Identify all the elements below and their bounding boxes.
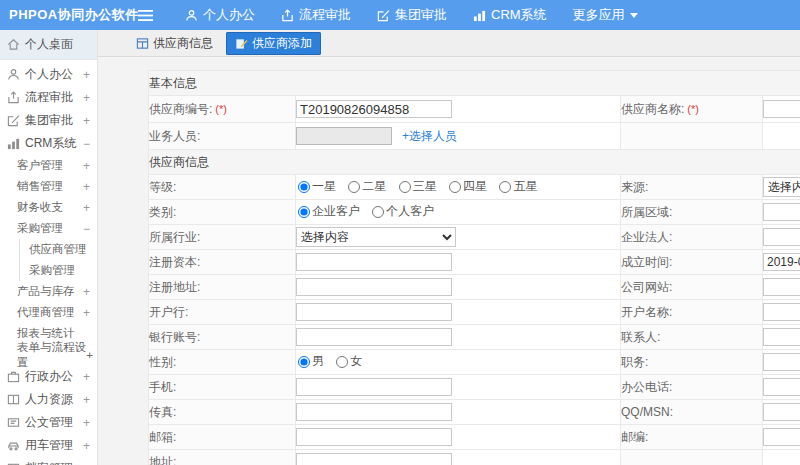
region-label: 所属区域: (621, 205, 672, 219)
category-option[interactable]: 企业客户 (296, 203, 360, 220)
form-row: 性别: 男 女 职务: (149, 350, 800, 375)
grade-option[interactable]: 一星 (296, 178, 336, 195)
nav-personal-office[interactable]: 个人办公 (185, 6, 255, 24)
legal-person-input[interactable] (763, 228, 800, 246)
sidebar-item-archive-mgmt[interactable]: 档案管理 + (0, 457, 97, 465)
supplier-code-label: 供应商编号: (149, 102, 212, 116)
category-radio-group: 企业客户 个人客户 (296, 200, 621, 225)
form-row: 业务人员: +选择人员 (149, 123, 800, 150)
sidebar-item-human-resources[interactable]: 人力资源 + (0, 388, 97, 411)
app-brand: PHPOA协同办公软件 (0, 6, 138, 24)
qq-msn-label: QQ/MSN: (621, 405, 673, 419)
tab-supplier-add[interactable]: 供应商添加 (226, 32, 321, 55)
sidebar-item-personal-office[interactable]: 个人办公 + (0, 63, 97, 86)
radio-button[interactable] (298, 356, 310, 368)
grade-label: 等级: (149, 180, 176, 194)
required-mark: (*) (687, 103, 699, 115)
user-icon (185, 9, 198, 22)
expand-sign: + (83, 91, 93, 105)
sidebar-item-form-flow-settings[interactable]: 表单与流程设置+ (0, 344, 97, 365)
tab-supplier-info[interactable]: 供应商信息 (132, 32, 217, 55)
menu-toggle-button[interactable] (138, 10, 153, 21)
supplier-code-input[interactable] (296, 100, 452, 118)
radio-button[interactable] (298, 206, 310, 218)
office-phone-input[interactable] (763, 378, 800, 396)
website-input[interactable] (763, 278, 800, 296)
registered-capital-input[interactable] (296, 253, 452, 271)
gender-option[interactable]: 女 (327, 353, 362, 370)
zip-input[interactable] (763, 428, 800, 446)
fax-label: 传真: (149, 405, 176, 419)
supplier-name-label: 供应商名称: (621, 102, 684, 116)
bank-account-input[interactable] (296, 328, 452, 346)
select-staff-link[interactable]: +选择人员 (402, 129, 457, 143)
radio-button[interactable] (336, 356, 348, 368)
nav-flow-approval[interactable]: 流程审批 (281, 6, 351, 24)
sidebar-item-crm-system[interactable]: CRM系统 − (0, 132, 97, 155)
nav-more-apps[interactable]: 更多应用 (573, 6, 638, 24)
mobile-input[interactable] (296, 378, 452, 396)
sidebar-item-procurement-mgmt[interactable]: 采购管理− (0, 218, 97, 239)
required-mark: (*) (215, 103, 227, 115)
contact-input[interactable] (763, 328, 800, 346)
sidebar-item-flow-approval[interactable]: 流程审批 + (0, 86, 97, 109)
sidebar-item-sales-mgmt[interactable]: 销售管理+ (0, 176, 97, 197)
region-input[interactable] (763, 203, 800, 221)
sidebar-item-product-inventory[interactable]: 产品与库存+ (0, 281, 97, 302)
email-input[interactable] (296, 428, 452, 446)
position-input[interactable] (763, 353, 800, 371)
source-label: 来源: (621, 180, 648, 194)
email-label: 邮箱: (149, 430, 176, 444)
grade-option[interactable]: 五星 (490, 178, 537, 195)
industry-select[interactable]: 选择内容 (296, 227, 456, 247)
grade-radio-group: 一星 二星 三星 四星 五星 (296, 175, 621, 200)
gender-option[interactable]: 男 (296, 353, 324, 370)
hamburger-icon (138, 10, 153, 21)
radio-button[interactable] (372, 206, 384, 218)
sidebar-item-finance[interactable]: 财务收支+ (0, 197, 97, 218)
sidebar-item-official-docs[interactable]: 公文管理 + (0, 411, 97, 434)
established-date-input[interactable] (763, 253, 800, 271)
source-select[interactable]: 选择内容 (763, 177, 800, 197)
qq-msn-input[interactable] (763, 403, 800, 421)
grade-option[interactable]: 三星 (390, 178, 437, 195)
account-name-label: 开户名称: (621, 305, 672, 319)
fax-input[interactable] (296, 403, 452, 421)
sidebar-item-purchase-mgmt[interactable]: 采购管理 (20, 260, 97, 281)
supplier-add-form: 基本信息 供应商编号:(*) 供应商名称:(*) 业务人员: +选择人员 供应商… (148, 70, 800, 465)
radio-button[interactable] (499, 181, 511, 193)
sidebar-item-personal-desktop[interactable]: 个人桌面 (0, 30, 97, 60)
bar-chart-icon (7, 137, 20, 150)
form-row: 银行账号: 联系人: (149, 325, 800, 350)
nav-crm-system[interactable]: CRM系统 (473, 6, 547, 24)
bank-branch-label: 开户行: (149, 305, 188, 319)
radio-button[interactable] (348, 181, 360, 193)
radio-button[interactable] (449, 181, 461, 193)
sidebar-item-supplier-mgmt[interactable]: 供应商管理 (20, 239, 97, 260)
sidebar-item-vehicle-mgmt[interactable]: 用车管理 + (0, 434, 97, 457)
radio-button[interactable] (298, 181, 310, 193)
briefcase-icon (7, 370, 20, 383)
gender-radio-group: 男 女 (296, 350, 621, 375)
staff-input[interactable] (296, 127, 392, 145)
grade-option[interactable]: 二星 (339, 178, 386, 195)
category-option[interactable]: 个人客户 (363, 203, 434, 220)
sidebar-item-group-approval[interactable]: 集团审批 + (0, 109, 97, 132)
nav-group-approval[interactable]: 集团审批 (377, 6, 447, 24)
registered-address-input[interactable] (296, 278, 452, 296)
sidebar-item-agent-mgmt[interactable]: 代理商管理+ (0, 302, 97, 323)
sidebar-item-customer-mgmt[interactable]: 客户管理+ (0, 155, 97, 176)
edit-icon (377, 9, 390, 22)
supplier-name-input[interactable] (763, 100, 800, 118)
contact-label: 联系人: (621, 330, 660, 344)
bank-branch-input[interactable] (296, 303, 452, 321)
bar-chart-icon (473, 9, 486, 22)
main-content: 供应商信息 供应商添加 基本信息 供应商编号:(*) 供应商名称:(*) 业务人… (98, 30, 800, 465)
radio-button[interactable] (399, 181, 411, 193)
account-name-input[interactable] (763, 303, 800, 321)
registered-address-label: 注册地址: (149, 280, 200, 294)
address-input[interactable] (296, 453, 452, 465)
grade-option[interactable]: 四星 (440, 178, 487, 195)
form-row: 手机: 办公电话: (149, 375, 800, 400)
form-row: 注册地址: 公司网站: (149, 275, 800, 300)
